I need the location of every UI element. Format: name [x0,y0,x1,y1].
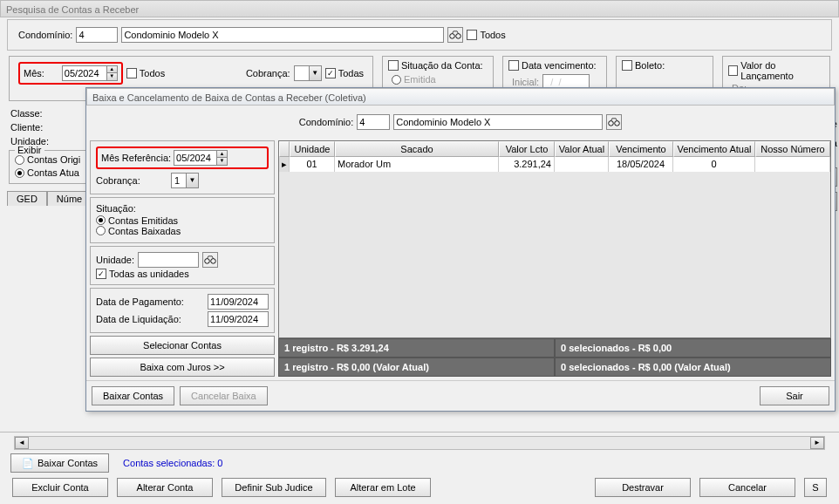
modal-title: Baixa e Cancelamento de Baixa de Contas … [86,88,835,106]
mes-spinner[interactable]: ▲▼ [62,65,118,81]
condominio-num-input[interactable] [76,27,118,43]
condominio-name-input[interactable] [121,27,444,43]
chevron-down-icon[interactable]: ▼ [309,66,321,80]
sair-button[interactable]: Sair [760,386,829,405]
spinner-up-icon[interactable]: ▲ [106,66,117,73]
classe-label: Classe: [10,108,52,119]
alterar-lote-button[interactable]: Alterar em Lote [335,478,431,497]
status-sel-total: 0 selecionados - R$ 0,00 [555,338,831,358]
doc-icon: 📄 [22,458,34,469]
todos-label: Todos [480,30,505,40]
footer-baixar-contas-button[interactable]: 📄 Baixar Contas [10,453,109,473]
spinner-down-icon[interactable]: ▼ [106,73,117,80]
cancelar-button[interactable]: Cancelar [699,478,795,497]
modal-cobranca-label: Cobrança: [96,175,167,186]
contas-origi-radio[interactable]: Contas Origi [15,154,80,165]
definir-subjudice-button[interactable]: Definir Sub Judice [222,478,326,497]
alterar-conta-button[interactable]: Alterar Conta [117,478,213,497]
col-sacado[interactable]: Sacado [335,141,499,157]
modal-baixa: Baixa e Cancelamento de Baixa de Contas … [85,87,836,412]
contas-emitidas-radio[interactable]: Contas Emitidas [96,215,178,226]
status-reg-total: 1 registro - R$ 3.291,24 [278,338,555,358]
status-reg-atual: 1 registro - R$ 0,00 (Valor Atual) [278,358,555,377]
svg-point-4 [205,259,210,264]
contas-grid[interactable]: Unidade Sacado Valor Lcto Valor Atual Ve… [278,140,831,338]
binoculars-icon[interactable] [447,27,463,43]
spinner-down-icon[interactable]: ▼ [216,158,227,165]
condominio-label: Condomínio: [18,30,72,40]
chevron-down-icon[interactable]: ▼ [186,174,198,187]
mes-todos-checkbox[interactable]: Todos [126,68,165,78]
col-valor-atual[interactable]: Valor Atual [555,141,609,157]
mes-input[interactable] [63,66,106,80]
scroll-left-icon[interactable]: ◄ [15,437,29,449]
modal-unidade-input[interactable] [138,252,199,268]
inicial-label: Inicial: [512,77,539,87]
modal-condominio-label: Condomínio: [299,117,353,127]
contas-baixadas-radio[interactable]: Contas Baixadas [96,226,181,236]
cobranca-label: Cobrança: [246,68,290,78]
cancelar-baixa-button[interactable]: Cancelar Baixa [180,386,268,405]
main-window-title: Pesquisa de Contas a Receber [0,0,839,17]
contas-selecionadas-count: Contas selecionadas: 0 [123,458,222,468]
todos-checkbox[interactable]: Todos [467,30,505,40]
modal-cobranca-select[interactable]: 1▼ [171,173,199,188]
tab-ged[interactable]: GED [7,191,47,206]
selecionar-contas-button[interactable]: Selecionar Contas [90,336,275,355]
svg-point-2 [609,121,614,126]
modal-condominio-num[interactable] [357,114,390,130]
baixar-contas-button[interactable]: Baixar Contas [92,386,174,405]
col-valor-lcto[interactable]: Valor Lcto [499,141,555,157]
last-button[interactable]: S [804,478,827,497]
data-venc-checkbox[interactable]: Data vencimento: [508,60,597,71]
mes-ref-spinner[interactable]: ▲▼ [174,150,228,166]
spinner-up-icon[interactable]: ▲ [216,151,227,158]
svg-point-0 [450,34,455,39]
excluir-conta-button[interactable]: Excluir Conta [12,478,108,497]
situacao-label: Situação: [96,203,269,214]
modal-condominio-name[interactable] [393,114,603,130]
binoculars-icon[interactable] [606,114,622,130]
valor-lanc-checkbox[interactable]: Valor do Lançamento [728,60,824,81]
modal-unidade-label: Unidade: [96,255,134,265]
mes-label: Mês: [24,68,44,78]
contas-atua-radio[interactable]: Contas Atua [15,167,79,178]
data-pag-label: Data de Pagamento: [96,296,184,307]
cobranca-select[interactable]: ▼ [294,65,322,81]
col-unidade[interactable]: Unidade [290,141,335,157]
status-sel-atual: 0 selecionados - R$ 0,00 (Valor Atual) [555,358,831,377]
emitida-radio[interactable]: Emitida [392,74,436,85]
svg-point-1 [456,34,461,39]
cliente-label: Cliente: [10,122,52,133]
table-row[interactable]: ▸ 01 Morador Um 3.291,24 18/05/2024 0 [279,157,830,172]
col-vencimento-atual[interactable]: Vencimento Atual [673,141,755,157]
data-liq-label: Data de Liquidação: [96,314,181,324]
baixa-juros-button[interactable]: Baixa com Juros >> [90,358,275,377]
data-pag-input[interactable] [208,294,269,310]
col-vencimento[interactable]: Vencimento [609,141,673,157]
sit-conta-checkbox[interactable]: Situação da Conta: [388,60,483,71]
binoculars-icon[interactable] [202,252,218,268]
todas-unidades-checkbox[interactable]: ✓Todas as unidades [96,269,189,279]
boleto-checkbox[interactable]: Boleto: [622,60,665,71]
horizontal-scrollbar[interactable]: ◄ ► [14,436,825,450]
col-nosso-numero[interactable]: Nosso Número [755,141,830,157]
svg-point-3 [615,121,620,126]
data-liq-input[interactable] [208,311,269,327]
mes-ref-input[interactable] [174,151,216,165]
scroll-right-icon[interactable]: ► [810,437,824,449]
destravar-button[interactable]: Destravar [595,478,691,497]
mes-ref-label: Mês Referência: [101,153,171,163]
svg-point-5 [211,259,216,264]
exibir-legend: Exibir [15,145,44,155]
cobranca-todas-checkbox[interactable]: ✓Todas [325,68,364,78]
